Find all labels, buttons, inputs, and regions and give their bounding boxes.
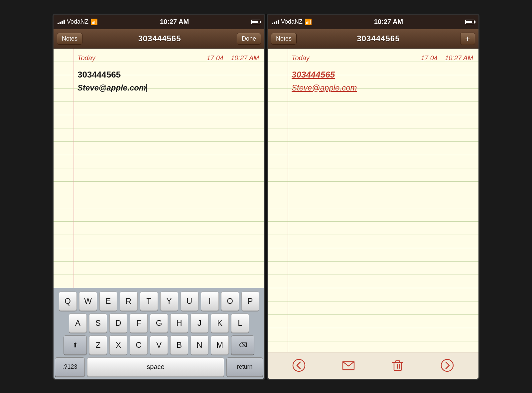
key-y[interactable]: Y [160, 292, 178, 311]
key-p[interactable]: P [241, 292, 259, 311]
note-date-num: 17 04 [207, 54, 223, 62]
forward-nav-button[interactable] [439, 357, 456, 374]
key-g[interactable]: G [150, 313, 168, 333]
signal-bar-2-r [274, 22, 275, 24]
key-j[interactable]: J [191, 313, 208, 333]
left-status-bar: VodaNZ 📶 10:27 AM [54, 15, 264, 29]
right-status-bar: VodaNZ 📶 10:27 AM [268, 15, 478, 29]
arrow-right-icon [441, 359, 454, 372]
status-time-r: 10:27 AM [374, 18, 403, 26]
key-m[interactable]: M [211, 335, 229, 355]
key-d[interactable]: D [109, 313, 127, 333]
signal-bar-1 [58, 23, 59, 24]
note-phone-link[interactable]: 303444565 [292, 68, 473, 81]
space-key[interactable]: space [87, 357, 224, 377]
battery-icon [251, 20, 260, 24]
mail-button[interactable] [340, 357, 357, 374]
key-f[interactable]: F [130, 313, 148, 333]
status-right-r [465, 20, 474, 24]
signal-bar-3 [62, 21, 63, 24]
mail-icon [342, 359, 355, 372]
key-h[interactable]: H [170, 313, 188, 333]
note-email-text: Steve@apple.com [77, 81, 259, 95]
key-z[interactable]: Z [89, 335, 107, 355]
arrow-left-icon [292, 359, 306, 372]
note-date-r: Today [292, 51, 310, 65]
signal-bar-1-r [272, 23, 273, 24]
back-button[interactable]: Notes [57, 33, 82, 45]
svg-rect-4 [396, 361, 400, 362]
left-nav-bar: Notes 303444565 Done [54, 29, 264, 49]
key-t[interactable]: T [140, 292, 158, 311]
keyboard-row-3: ⬆ Z X C V B N M ⌫ [55, 335, 263, 355]
carrier-label-r: VodaNZ [281, 18, 303, 25]
wifi-icon: 📶 [90, 18, 98, 26]
key-u[interactable]: U [181, 292, 199, 311]
nav-title: 303444565 [138, 34, 181, 43]
nav-title-r: 303444565 [357, 34, 400, 43]
key-e[interactable]: E [99, 292, 117, 311]
key-l[interactable]: L [231, 313, 249, 333]
svg-point-8 [441, 359, 453, 371]
battery-icon-r [465, 20, 474, 24]
back-button-r[interactable]: Notes [271, 33, 297, 45]
text-cursor [146, 84, 147, 92]
key-a[interactable]: A [69, 313, 87, 333]
left-phone: VodaNZ 📶 10:27 AM Notes 303444565 Done T… [53, 14, 265, 380]
keyboard-row-4: .?123 space return [55, 357, 263, 377]
key-n[interactable]: N [191, 335, 208, 355]
key-k[interactable]: K [211, 313, 229, 333]
key-c[interactable]: C [130, 335, 148, 355]
signal-bar-4 [64, 20, 65, 24]
signal-bar-4-r [278, 20, 279, 24]
numbers-key[interactable]: .?123 [55, 357, 85, 377]
done-button[interactable]: Done [237, 33, 261, 45]
right-phone: VodaNZ 📶 10:27 AM Notes 303444565 + Toda… [267, 14, 479, 380]
note-content[interactable]: Today 17 04 10:27 AM 303444565 Steve@app… [54, 49, 264, 100]
key-v[interactable]: V [150, 335, 168, 355]
key-q[interactable]: Q [59, 292, 77, 311]
signal-bars-icon-r [272, 20, 279, 24]
status-time: 10:27 AM [160, 18, 189, 26]
note-datetime-r: 17 04 10:27 AM [421, 51, 473, 65]
add-button[interactable]: + [460, 33, 475, 45]
wifi-icon-r: 📶 [305, 18, 312, 26]
left-note-area[interactable]: Today 17 04 10:27 AM 303444565 Steve@app… [54, 49, 264, 288]
battery-fill [252, 21, 258, 23]
keyboard[interactable]: Q W E R T Y U I O P A S D F G H J K L [54, 288, 264, 379]
note-meta-r: Today 17 04 10:27 AM [292, 51, 473, 65]
back-nav-button[interactable] [291, 357, 307, 374]
signal-bar-2 [60, 22, 61, 24]
status-right [251, 20, 260, 24]
bottom-toolbar [268, 352, 478, 379]
return-key[interactable]: return [226, 357, 263, 377]
battery-fill-r [466, 21, 472, 23]
phone-comparison: VodaNZ 📶 10:27 AM Notes 303444565 Done T… [53, 14, 479, 380]
note-body: 303444565 Steve@apple.com [77, 68, 259, 95]
signal-bars-icon [58, 20, 65, 24]
note-body-r: 303444565 Steve@apple.com [292, 68, 473, 95]
shift-key[interactable]: ⬆ [64, 335, 87, 355]
note-content-r[interactable]: Today 17 04 10:27 AM 303444565 Steve@app… [268, 49, 478, 100]
status-left: VodaNZ 📶 [58, 18, 98, 26]
key-s[interactable]: S [89, 313, 107, 333]
trash-button[interactable] [389, 357, 406, 374]
carrier-label: VodaNZ [67, 18, 88, 25]
right-nav-bar: Notes 303444565 + [268, 29, 478, 49]
signal-bar-3-r [276, 21, 277, 24]
note-time-r: 10:27 AM [445, 54, 473, 62]
key-x[interactable]: X [109, 335, 127, 355]
key-w[interactable]: W [79, 292, 97, 311]
note-phone-text: 303444565 [77, 68, 259, 81]
key-b[interactable]: B [170, 335, 188, 355]
status-left-r: VodaNZ 📶 [272, 18, 312, 26]
note-time: 10:27 AM [231, 54, 259, 62]
right-note-area[interactable]: Today 17 04 10:27 AM 303444565 Steve@app… [268, 49, 478, 352]
key-r[interactable]: R [120, 292, 138, 311]
note-email-link[interactable]: Steve@apple.com [292, 81, 473, 95]
note-datetime: 17 04 10:27 AM [207, 51, 259, 65]
key-o[interactable]: O [221, 292, 239, 311]
key-i[interactable]: I [201, 292, 219, 311]
svg-point-0 [293, 359, 305, 371]
delete-key[interactable]: ⌫ [231, 335, 254, 355]
